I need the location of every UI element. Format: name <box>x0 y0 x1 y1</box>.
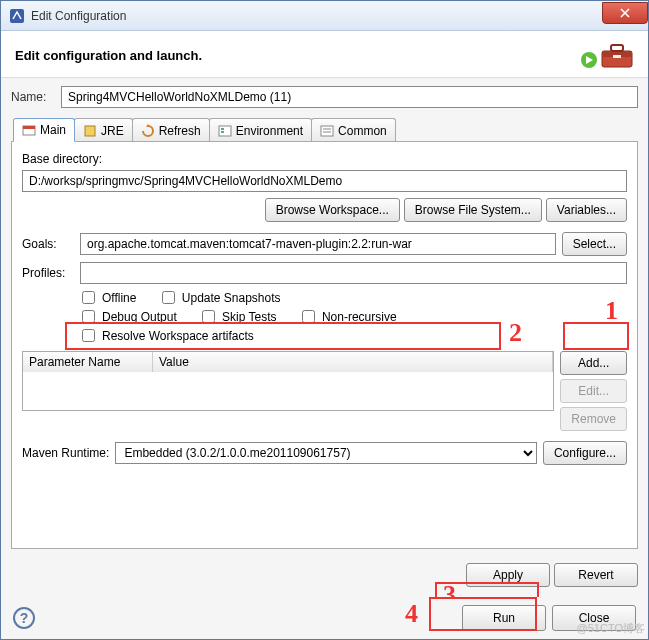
annotation-4: 4 <box>405 599 418 629</box>
configure-button[interactable]: Configure... <box>543 441 627 465</box>
tab-environment[interactable]: Environment <box>209 118 312 142</box>
runtime-label: Maven Runtime: <box>22 446 109 460</box>
watermark: @51CTO博客 <box>577 621 645 636</box>
non-recursive-checkbox[interactable]: Non-recursive <box>298 307 397 326</box>
svg-rect-9 <box>219 126 231 136</box>
svg-rect-5 <box>613 55 621 58</box>
svg-rect-10 <box>221 128 224 130</box>
run-button[interactable]: Run <box>462 605 546 631</box>
browse-filesystem-button[interactable]: Browse File System... <box>404 198 542 222</box>
run-icon <box>580 51 598 69</box>
svg-rect-12 <box>321 126 333 136</box>
header-text: Edit configuration and launch. <box>15 48 580 63</box>
env-tab-icon <box>218 124 232 138</box>
svg-rect-7 <box>23 126 35 129</box>
app-icon <box>9 8 25 24</box>
tab-main[interactable]: Main <box>13 118 75 142</box>
name-label: Name: <box>11 90 55 104</box>
goals-input[interactable] <box>80 233 556 255</box>
base-dir-input[interactable] <box>22 170 627 192</box>
parameter-table[interactable]: Parameter Name Value <box>22 351 554 411</box>
name-input[interactable] <box>61 86 638 108</box>
jre-tab-icon <box>83 124 97 138</box>
remove-button: Remove <box>560 407 627 431</box>
tabs: Main JRE Refresh Environment Common <box>11 118 638 142</box>
revert-button[interactable]: Revert <box>554 563 638 587</box>
update-snapshots-checkbox[interactable]: Update Snapshots <box>158 288 281 307</box>
edit-button: Edit... <box>560 379 627 403</box>
table-header-value[interactable]: Value <box>153 352 553 372</box>
add-button[interactable]: Add... <box>560 351 627 375</box>
resolve-workspace-checkbox[interactable]: Resolve Workspace artifacts <box>78 326 254 345</box>
skip-tests-checkbox[interactable]: Skip Tests <box>198 307 276 326</box>
tab-refresh[interactable]: Refresh <box>132 118 210 142</box>
profiles-input[interactable] <box>80 262 627 284</box>
svg-rect-11 <box>221 131 224 133</box>
svg-rect-4 <box>611 45 623 51</box>
browse-workspace-button[interactable]: Browse Workspace... <box>265 198 400 222</box>
tab-jre[interactable]: JRE <box>74 118 133 142</box>
table-header-param[interactable]: Parameter Name <box>23 352 153 372</box>
toolbox-icon <box>600 41 634 69</box>
goals-label: Goals: <box>22 237 74 251</box>
tab-common[interactable]: Common <box>311 118 396 142</box>
common-tab-icon <box>320 124 334 138</box>
help-icon[interactable]: ? <box>13 607 35 629</box>
base-dir-label: Base directory: <box>22 152 627 166</box>
profiles-label: Profiles: <box>22 266 74 280</box>
window-close-button[interactable] <box>602 2 648 24</box>
offline-checkbox[interactable]: Offline <box>78 288 136 307</box>
variables-button[interactable]: Variables... <box>546 198 627 222</box>
main-tab-icon <box>22 123 36 137</box>
apply-button[interactable]: Apply <box>466 563 550 587</box>
svg-rect-8 <box>85 126 95 136</box>
runtime-select[interactable]: Embedded (3.0.2/1.0.0.me201109061757) <box>115 442 537 464</box>
refresh-tab-icon <box>141 124 155 138</box>
select-button[interactable]: Select... <box>562 232 627 256</box>
debug-output-checkbox[interactable]: Debug Output <box>78 307 177 326</box>
window-title: Edit Configuration <box>31 9 602 23</box>
